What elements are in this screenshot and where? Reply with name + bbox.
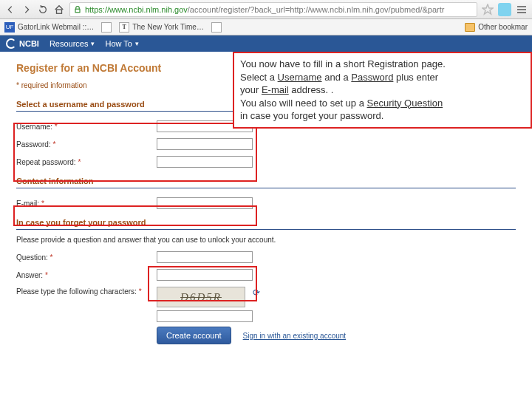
email-input[interactable] xyxy=(157,197,253,209)
password-input[interactable] xyxy=(157,138,253,150)
bookmarks-bar: UFGatorLink Webmail ::… TThe New York Ti… xyxy=(0,19,532,35)
folder-icon xyxy=(465,23,475,32)
row-email: E-mail: * xyxy=(16,194,516,212)
sign-in-link[interactable]: Sign in with an existing account xyxy=(243,332,347,340)
create-account-button[interactable]: Create account xyxy=(157,327,231,344)
submit-row: Create account Sign in with an existing … xyxy=(16,327,516,344)
nav-howto[interactable]: How To▾ xyxy=(105,39,138,48)
back-icon[interactable] xyxy=(4,4,16,16)
email-label: E-mail: * xyxy=(16,200,157,208)
bookmark-icon: T xyxy=(119,22,129,33)
username-label: Username: * xyxy=(16,123,157,131)
section-contact: Contact information xyxy=(16,177,516,188)
row-question: Question: * xyxy=(16,248,516,266)
bookmark-icon: UF xyxy=(4,22,15,33)
divider xyxy=(16,188,516,188)
instruction-callout: You now have to fill in a short Registra… xyxy=(233,52,532,129)
row-password: Password: * xyxy=(16,135,516,153)
captcha-label: Please type the following characters: * xyxy=(16,287,157,296)
divider xyxy=(16,229,516,230)
nav-label: Resources xyxy=(50,39,89,48)
forward-icon[interactable] xyxy=(21,4,33,16)
question-label: Question: * xyxy=(16,253,157,262)
bookmark-nyt[interactable]: TThe New York Time… xyxy=(119,22,204,33)
bookmark-label: The New York Time… xyxy=(132,23,204,31)
question-input[interactable] xyxy=(157,251,253,263)
extension-icon[interactable] xyxy=(498,3,511,16)
repeat-password-label: Repeat password: * xyxy=(16,158,157,166)
url-path: /account/register/?back_url=http://www.n… xyxy=(188,5,445,14)
address-bar[interactable]: https://www.ncbi.nlm.nih.gov/account/reg… xyxy=(69,2,477,17)
bookmark-generic[interactable] xyxy=(101,22,112,33)
url-scheme: https:// xyxy=(85,5,109,14)
repeat-password-input[interactable] xyxy=(157,156,253,168)
ncbi-logo-icon xyxy=(6,38,16,49)
nav-resources[interactable]: Resources▾ xyxy=(50,39,95,48)
chevron-down-icon: ▾ xyxy=(91,40,95,47)
url-host: www.ncbi.nlm.nih.gov xyxy=(109,5,188,14)
ncbi-logo[interactable]: NCBI xyxy=(6,38,39,49)
lock-icon xyxy=(73,5,82,14)
other-bookmarks[interactable]: Other bookmar xyxy=(465,23,528,32)
captcha-refresh-icon[interactable]: ⟳ xyxy=(250,287,263,299)
row-captcha: Please type the following characters: * … xyxy=(16,284,516,322)
svg-rect-0 xyxy=(57,10,62,13)
row-repeat-password: Repeat password: * xyxy=(16,153,516,171)
browser-toolbar: https://www.ncbi.nlm.nih.gov/account/reg… xyxy=(0,0,532,19)
page-icon xyxy=(211,22,222,33)
chevron-down-icon: ▾ xyxy=(135,40,139,47)
captcha-input[interactable] xyxy=(157,310,253,322)
menu-icon[interactable] xyxy=(516,4,528,16)
page-body: Register for an NCBI Account * required … xyxy=(0,52,532,352)
ncbi-logo-text: NCBI xyxy=(19,39,39,48)
bookmark-label: GatorLink Webmail ::… xyxy=(18,23,94,31)
reload-icon[interactable] xyxy=(37,4,49,16)
row-answer: Answer: * xyxy=(16,266,516,284)
svg-rect-1 xyxy=(75,9,80,13)
answer-label: Answer: * xyxy=(16,271,157,279)
nav-label: How To xyxy=(105,39,132,48)
bookmark-gatorlink[interactable]: UFGatorLink Webmail ::… xyxy=(4,22,94,33)
answer-input[interactable] xyxy=(157,269,253,281)
captcha-image: D6D5R xyxy=(157,287,245,307)
page-icon xyxy=(101,22,112,33)
password-label: Password: * xyxy=(16,140,157,149)
bookmark-generic[interactable] xyxy=(211,22,222,33)
other-bookmarks-label: Other bookmar xyxy=(478,23,528,31)
ncbi-top-bar: NCBI Resources▾ How To▾ xyxy=(0,35,532,52)
section-security: In case you forget your password xyxy=(16,218,516,229)
home-icon[interactable] xyxy=(53,4,65,16)
security-hint: Please provide a question and answer tha… xyxy=(16,236,516,244)
bookmark-star-icon[interactable] xyxy=(482,4,494,16)
